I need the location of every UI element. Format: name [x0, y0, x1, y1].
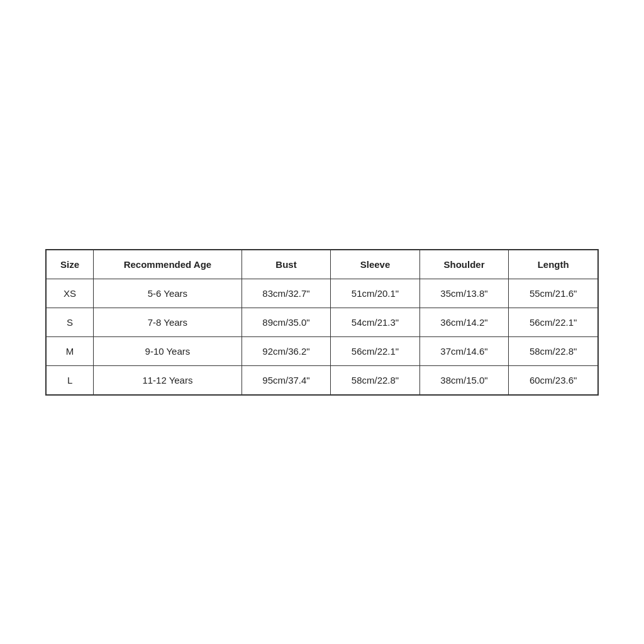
cell-length: 58cm/22.8"	[509, 336, 598, 365]
cell-size: M	[46, 336, 94, 365]
cell-size: L	[46, 365, 94, 395]
cell-sleeve: 58cm/22.8"	[331, 365, 420, 395]
cell-length: 56cm/22.1"	[509, 308, 598, 336]
cell-size: S	[46, 308, 94, 336]
cell-shoulder: 37cm/14.6"	[419, 336, 509, 365]
cell-age: 5-6 Years	[94, 279, 242, 308]
table-row: S7-8 Years89cm/35.0"54cm/21.3"36cm/14.2"…	[46, 308, 598, 336]
header-bust: Bust	[242, 250, 331, 279]
table-header-row: Size Recommended Age Bust Sleeve Shoulde…	[46, 250, 598, 279]
cell-sleeve: 51cm/20.1"	[331, 279, 420, 308]
cell-length: 55cm/21.6"	[509, 279, 598, 308]
cell-bust: 89cm/35.0"	[242, 308, 331, 336]
cell-shoulder: 38cm/15.0"	[419, 365, 509, 395]
header-sleeve: Sleeve	[331, 250, 420, 279]
cell-bust: 95cm/37.4"	[242, 365, 331, 395]
cell-size: XS	[46, 279, 94, 308]
table-row: M9-10 Years92cm/36.2"56cm/22.1"37cm/14.6…	[46, 336, 598, 365]
cell-age: 7-8 Years	[94, 308, 242, 336]
table-row: L11-12 Years95cm/37.4"58cm/22.8"38cm/15.…	[46, 365, 598, 395]
header-size: Size	[46, 250, 94, 279]
cell-sleeve: 56cm/22.1"	[331, 336, 420, 365]
cell-bust: 92cm/36.2"	[242, 336, 331, 365]
cell-bust: 83cm/32.7"	[242, 279, 331, 308]
size-chart-container: Size Recommended Age Bust Sleeve Shoulde…	[45, 249, 599, 396]
table-row: XS5-6 Years83cm/32.7"51cm/20.1"35cm/13.8…	[46, 279, 598, 308]
cell-age: 11-12 Years	[94, 365, 242, 395]
cell-sleeve: 54cm/21.3"	[331, 308, 420, 336]
cell-shoulder: 36cm/14.2"	[419, 308, 509, 336]
cell-shoulder: 35cm/13.8"	[419, 279, 509, 308]
header-length: Length	[509, 250, 598, 279]
header-shoulder: Shoulder	[419, 250, 509, 279]
header-recommended-age: Recommended Age	[94, 250, 242, 279]
size-chart-table: Size Recommended Age Bust Sleeve Shoulde…	[45, 249, 599, 396]
cell-age: 9-10 Years	[94, 336, 242, 365]
cell-length: 60cm/23.6"	[509, 365, 598, 395]
